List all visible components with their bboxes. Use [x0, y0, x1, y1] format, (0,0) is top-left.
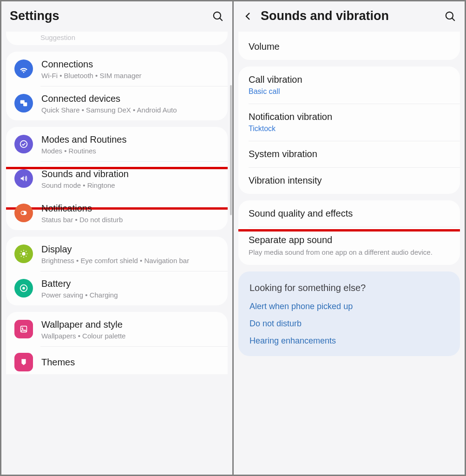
svg-line-1 — [220, 18, 223, 20]
settings-group: Connections Wi-Fi • Bluetooth • SIM mana… — [6, 52, 228, 120]
item-subtitle: Modes • Routines — [41, 147, 126, 155]
settings-item-notification-vibration[interactable]: Notification vibration Ticktock — [238, 104, 460, 141]
svg-point-20 — [446, 12, 453, 19]
item-title: Call vibration — [249, 74, 450, 85]
looking-heading: Looking for something else? — [249, 283, 449, 293]
wifi-icon — [14, 60, 33, 78]
settings-item-notifications[interactable]: Notifications Status bar • Do not distur… — [6, 196, 228, 230]
settings-item-sound-quality[interactable]: Sound quality and effects — [238, 200, 460, 227]
item-title: Connections — [41, 58, 142, 70]
svg-point-0 — [214, 12, 221, 19]
settings-group: Display Brightness • Eye comfort shield … — [6, 237, 228, 305]
sound-icon — [14, 169, 33, 188]
scrollbar[interactable] — [230, 85, 232, 215]
item-title: Volume — [249, 41, 450, 52]
item-title: Separate app sound — [249, 235, 450, 245]
suggestion-group: Suggestion — [6, 32, 228, 45]
settings-item-call-vibration[interactable]: Call vibration Basic call — [238, 66, 460, 104]
svg-point-19 — [22, 328, 23, 329]
settings-item-separate-app-sound[interactable]: Separate app sound Play media sound from… — [238, 227, 460, 265]
item-title: Modes and Routines — [41, 133, 126, 145]
item-subtitle: Wallpapers • Colour palette — [41, 332, 125, 340]
settings-header: Settings — [1, 1, 232, 32]
settings-list: Suggestion Connections Wi-Fi • Bluetooth… — [1, 32, 232, 475]
item-value: Ticktock — [249, 125, 450, 133]
item-subtitle: Status bar • Do not disturb — [41, 216, 123, 224]
item-subtitle: Wi-Fi • Bluetooth • SIM manager — [41, 72, 142, 79]
item-title: Display — [41, 243, 189, 255]
sounds-group: Call vibration Basic call Notification v… — [238, 66, 460, 194]
page-title: Settings — [10, 9, 205, 23]
svg-line-14 — [21, 256, 21, 257]
item-title: Notification vibration — [249, 112, 450, 122]
wallpaper-icon — [14, 320, 33, 338]
svg-point-7 — [22, 252, 25, 255]
item-title: Connected devices — [41, 93, 177, 105]
notifications-icon — [14, 204, 33, 222]
item-subtitle: Quick Share • Samsung DeX • Android Auto — [41, 106, 177, 114]
item-title: Sounds and vibration — [41, 168, 129, 180]
settings-item-connected-devices[interactable]: Connected devices Quick Share • Samsung … — [6, 86, 228, 120]
sounds-vibration-pane: Sounds and vibration Volume Call vibrati… — [234, 1, 465, 475]
settings-item-display[interactable]: Display Brightness • Eye comfort shield … — [6, 237, 228, 271]
search-icon[interactable] — [444, 10, 456, 22]
item-title: System vibration — [249, 149, 450, 159]
item-title: Vibration intensity — [249, 175, 450, 186]
page-title: Sounds and vibration — [261, 9, 438, 23]
devices-icon — [14, 94, 33, 112]
svg-line-12 — [21, 251, 21, 251]
svg-rect-3 — [23, 102, 27, 106]
settings-item-sounds-vibration[interactable]: Sounds and vibration Sound mode • Ringto… — [6, 161, 228, 196]
search-icon[interactable] — [212, 10, 224, 22]
item-subtitle: Power saving • Charging — [41, 291, 118, 299]
settings-group: Modes and Routines Modes • Routines Soun… — [6, 127, 228, 230]
settings-item-connections[interactable]: Connections Wi-Fi • Bluetooth • SIM mana… — [6, 52, 228, 86]
item-title: Battery — [41, 278, 118, 290]
settings-pane: Settings Suggestion Connections Wi-Fi • … — [1, 1, 232, 475]
suggestion-label: Suggestion — [6, 33, 228, 45]
item-subtitle: Brightness • Eye comfort shield • Naviga… — [41, 257, 189, 264]
item-title: Wallpaper and style — [41, 318, 125, 331]
svg-point-17 — [22, 287, 25, 290]
sounds-list: Volume Call vibration Basic call Notific… — [234, 32, 465, 475]
looking-link-alert[interactable]: Alert when phone picked up — [249, 302, 449, 311]
display-icon — [14, 245, 33, 263]
looking-card: Looking for something else? Alert when p… — [238, 271, 460, 356]
settings-item-themes[interactable]: Themes — [6, 346, 228, 374]
svg-line-13 — [26, 256, 26, 257]
sounds-group: Sound quality and effects Separate app s… — [238, 200, 460, 265]
svg-line-21 — [452, 18, 455, 20]
sounds-header: Sounds and vibration — [234, 1, 465, 32]
settings-item-system-vibration[interactable]: System vibration — [238, 141, 460, 167]
check-icon — [14, 135, 33, 153]
back-icon[interactable] — [242, 10, 254, 22]
svg-line-15 — [26, 251, 26, 251]
item-title: Sound quality and effects — [249, 208, 450, 219]
settings-item-volume[interactable]: Volume — [238, 33, 460, 60]
looking-link-dnd[interactable]: Do not disturb — [249, 319, 449, 329]
settings-item-wallpaper[interactable]: Wallpaper and style Wallpapers • Colour … — [6, 312, 228, 346]
looking-link-hearing[interactable]: Hearing enhancements — [249, 336, 449, 346]
item-value: Basic call — [249, 87, 450, 96]
battery-icon — [14, 279, 33, 298]
item-title: Notifications — [41, 202, 123, 214]
settings-group: Wallpaper and style Wallpapers • Colour … — [6, 312, 228, 374]
settings-item-battery[interactable]: Battery Power saving • Charging — [6, 271, 228, 305]
themes-icon — [14, 353, 33, 371]
svg-point-6 — [21, 212, 24, 214]
settings-item-modes-routines[interactable]: Modes and Routines Modes • Routines — [6, 127, 228, 161]
item-description: Play media sound from one app on a diffe… — [249, 248, 450, 257]
item-subtitle: Sound mode • Ringtone — [41, 181, 129, 189]
item-title: Themes — [41, 356, 75, 368]
settings-item-vibration-intensity[interactable]: Vibration intensity — [238, 167, 460, 194]
sounds-group: Volume — [238, 32, 460, 60]
